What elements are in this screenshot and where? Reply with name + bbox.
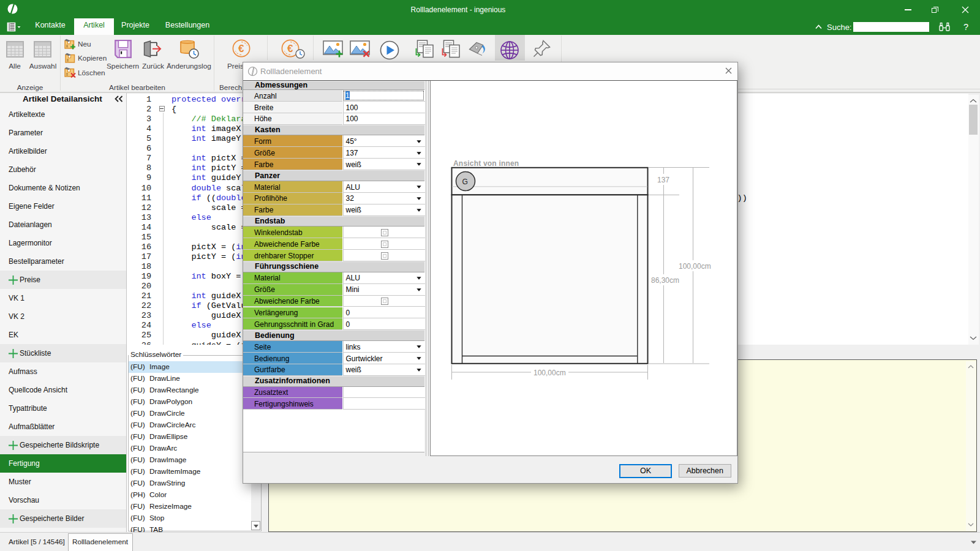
svg-text:€: € [238, 43, 244, 54]
svg-text:137: 137 [657, 176, 669, 184]
svg-text:100,00cm: 100,00cm [533, 369, 566, 377]
svg-text:€: € [287, 43, 293, 54]
svg-text:100,00cm: 100,00cm [679, 262, 711, 271]
svg-text:G: G [462, 178, 467, 186]
svg-text:86,30cm: 86,30cm [651, 276, 679, 285]
